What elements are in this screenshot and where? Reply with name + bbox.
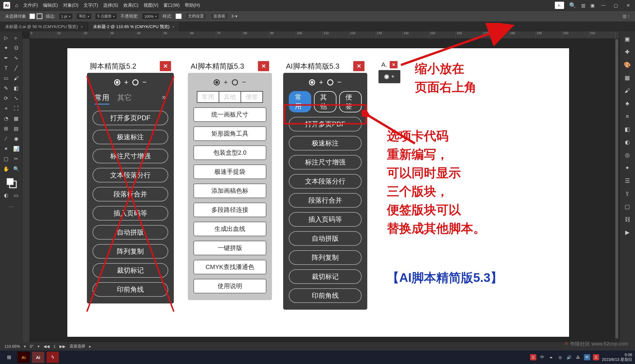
brush-combo[interactable]: 5 点圆形 bbox=[95, 13, 117, 20]
wand-tool-icon[interactable]: ✦ bbox=[2, 44, 10, 52]
panel-close-button[interactable]: ✕ bbox=[353, 61, 364, 71]
tab-close-icon[interactable]: × bbox=[80, 25, 83, 29]
ctrlbar-overflow-icon[interactable]: ▥ ⫶ bbox=[623, 14, 630, 19]
scale-tool-icon[interactable]: ⤡ bbox=[12, 94, 20, 103]
symbols-panel-icon[interactable]: ♣ bbox=[622, 98, 633, 109]
close-icon[interactable]: ✕ bbox=[624, 2, 632, 9]
transparency-panel-icon[interactable]: ◐ bbox=[622, 137, 633, 147]
tab-note[interactable]: 便签 bbox=[241, 91, 263, 103]
symbol-tool-icon[interactable]: ✶ bbox=[2, 145, 10, 153]
workspace-icon[interactable]: ▣ bbox=[590, 3, 595, 8]
top-search[interactable]: A. bbox=[555, 2, 564, 9]
radio-on-icon[interactable] bbox=[214, 79, 220, 85]
action-button[interactable]: 印前角线 bbox=[93, 282, 168, 297]
style-swatch[interactable] bbox=[176, 13, 182, 19]
radio-on-icon[interactable] bbox=[309, 79, 315, 85]
radio-off-icon[interactable] bbox=[232, 79, 238, 85]
maximize-icon[interactable]: ▢ bbox=[612, 2, 619, 9]
action-button[interactable]: 标注尺寸增强 bbox=[93, 149, 168, 163]
action-button[interactable]: 多段路径连接 bbox=[193, 203, 266, 217]
menu-type[interactable]: 文字(T) bbox=[84, 3, 98, 8]
artboard-number[interactable]: 1 bbox=[54, 344, 56, 349]
lasso-tool-icon[interactable]: ʘ bbox=[12, 44, 20, 52]
panel-close-button[interactable]: ✕ bbox=[390, 61, 398, 68]
radio-off-icon[interactable] bbox=[132, 79, 138, 85]
align-icon[interactable]: ⊩▾ bbox=[232, 14, 237, 19]
action-button[interactable]: 极速标注 bbox=[93, 130, 168, 144]
home-icon[interactable]: ⌂ bbox=[15, 3, 18, 8]
actions-panel-icon[interactable]: ▶ bbox=[622, 227, 633, 238]
screen-mode-icon[interactable]: ▭ bbox=[12, 191, 20, 200]
stroke-panel-icon[interactable]: ≡ bbox=[622, 111, 633, 122]
action-button[interactable]: 添加画稿色标 bbox=[193, 184, 266, 198]
tab-common[interactable]: 常用 bbox=[95, 93, 109, 105]
tray-network-icon[interactable]: 🖧 bbox=[575, 354, 581, 360]
vertical-scrollbar[interactable] bbox=[615, 39, 619, 344]
action-button[interactable]: 标注尺寸增强 bbox=[289, 155, 362, 170]
mesh-tool-icon[interactable]: ⊞ bbox=[2, 124, 10, 133]
curvature-tool-icon[interactable]: ∿ bbox=[12, 54, 20, 62]
perspective-tool-icon[interactable]: ▦ bbox=[12, 114, 20, 123]
action-button[interactable]: 使用说明 bbox=[193, 279, 266, 293]
tab-other[interactable]: 其他 bbox=[219, 91, 241, 103]
color-swap[interactable] bbox=[6, 177, 17, 189]
menu-object[interactable]: 对象(O) bbox=[63, 3, 78, 8]
action-button[interactable]: 印前角线 bbox=[289, 288, 362, 303]
preferences-button[interactable]: 首选项 bbox=[210, 13, 228, 20]
stroke-width[interactable]: 1 pt bbox=[59, 13, 73, 20]
selection-tool-icon[interactable]: ▷ bbox=[2, 34, 10, 42]
action-button[interactable]: 一键拼版 bbox=[193, 241, 266, 255]
menu-effect[interactable]: 效果(C) bbox=[123, 3, 138, 8]
action-button[interactable]: 包装盒型2.0 bbox=[193, 145, 266, 160]
taskbar-ai-icon[interactable]: Ai bbox=[17, 352, 30, 363]
rotate-angle[interactable]: 0° bbox=[30, 344, 33, 349]
taskbar-app-icon[interactable]: ϟ bbox=[47, 352, 59, 363]
properties-panel-icon[interactable]: ▣ bbox=[622, 34, 633, 44]
gradient-panel-icon[interactable]: ◧ bbox=[622, 124, 633, 135]
action-button[interactable]: 文本段落分行 bbox=[93, 168, 168, 182]
brush-tool-icon[interactable]: 🖌 bbox=[12, 74, 20, 82]
action-button[interactable]: 阵列复制 bbox=[289, 250, 362, 265]
action-button[interactable]: 生成出血线 bbox=[193, 222, 266, 236]
tray-ime-icon[interactable]: 五 bbox=[530, 354, 536, 360]
radio-on-icon[interactable] bbox=[384, 75, 389, 79]
artboards-panel-icon[interactable]: ▢ bbox=[622, 201, 633, 212]
action-button[interactable]: 极速标注 bbox=[289, 136, 362, 150]
asset-export-panel-icon[interactable]: ⇪ bbox=[622, 188, 633, 199]
shape-builder-icon[interactable]: ◔ bbox=[2, 114, 10, 123]
eraser-tool-icon[interactable]: ◧ bbox=[12, 84, 20, 92]
action-button[interactable]: 插入页码等 bbox=[93, 206, 168, 221]
zoom-tool-icon[interactable]: 🔍 bbox=[12, 165, 20, 173]
action-button[interactable]: 阵列复制 bbox=[93, 244, 168, 259]
action-button[interactable]: 自动拼版 bbox=[289, 231, 362, 246]
menu-help[interactable]: 帮助(H) bbox=[185, 3, 200, 8]
radio-off-icon[interactable] bbox=[327, 79, 333, 85]
direct-select-tool-icon[interactable]: ▹ bbox=[12, 34, 20, 42]
tab-close-icon[interactable]: × bbox=[172, 25, 175, 29]
menu-select[interactable]: 选择(S) bbox=[103, 3, 118, 8]
canvas[interactable]: 0102030405060708090100110120130140150160… bbox=[22, 31, 619, 351]
radio-on-icon[interactable] bbox=[114, 79, 120, 85]
action-button[interactable]: 段落行合并 bbox=[93, 187, 168, 201]
rotate-tool-icon[interactable]: ⟳ bbox=[2, 94, 10, 103]
menu-window[interactable]: 窗口(W) bbox=[163, 3, 180, 8]
menu-edit[interactable]: 编辑(E) bbox=[43, 3, 58, 8]
gradient-tool-icon[interactable]: ▤ bbox=[12, 124, 20, 133]
minimize-icon[interactable]: — bbox=[600, 2, 607, 9]
links-panel-icon[interactable]: ⛓ bbox=[622, 214, 633, 225]
tray-lang-icon[interactable]: 中 bbox=[539, 354, 545, 360]
tray-ime3-icon[interactable]: 五 bbox=[593, 354, 599, 360]
stroke-swatch[interactable] bbox=[37, 13, 42, 19]
action-button[interactable]: 极速手提袋 bbox=[193, 164, 266, 179]
action-button[interactable]: 打开多页PDF bbox=[93, 111, 168, 125]
blend-tool-icon[interactable]: ◉ bbox=[12, 135, 20, 143]
slice-tool-icon[interactable]: ✂ bbox=[12, 155, 20, 163]
tab-more-icon[interactable]: » bbox=[162, 93, 166, 105]
panel-close-button[interactable]: ✕ bbox=[160, 61, 171, 71]
menu-view[interactable]: 视图(V) bbox=[144, 3, 158, 8]
tray-icon[interactable]: ◎ bbox=[557, 354, 563, 360]
scrollbar-thumb[interactable] bbox=[615, 39, 618, 338]
action-button[interactable]: 段落行合并 bbox=[289, 193, 362, 208]
libraries-panel-icon[interactable]: ✚ bbox=[622, 47, 633, 57]
shaper-tool-icon[interactable]: ✎ bbox=[2, 84, 10, 92]
